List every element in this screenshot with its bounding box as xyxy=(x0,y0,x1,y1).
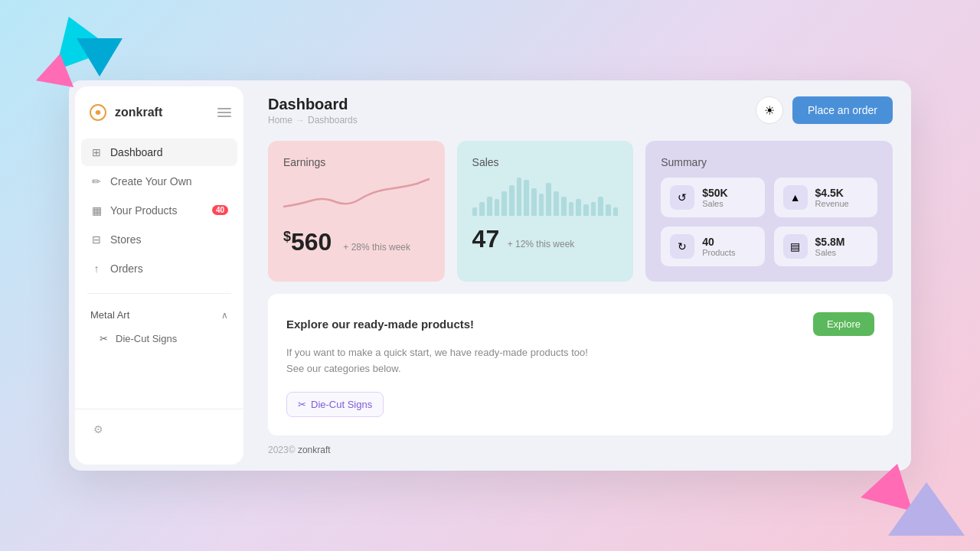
sales-bar xyxy=(569,202,574,216)
place-order-button[interactable]: Place an order xyxy=(792,96,893,124)
breadcrumb-separator: → xyxy=(296,115,305,126)
dashboard-icon: ⊞ xyxy=(90,146,103,158)
sales-change: + 12% this week xyxy=(508,239,575,249)
category-item-label: Die-Cut Signs xyxy=(116,333,177,344)
topbar: Dashboard Home → Dashboards ☀ Place an o… xyxy=(268,96,893,126)
chevron-up-icon xyxy=(221,309,228,321)
summary-icon: ▤ xyxy=(783,234,808,259)
sales-bar xyxy=(576,199,581,215)
settings-button[interactable]: ⚙ xyxy=(87,419,109,440)
summary-key: Revenue xyxy=(815,199,849,208)
summary-icon: ↻ xyxy=(670,234,694,259)
page-title-area: Dashboard Home → Dashboards xyxy=(268,96,358,126)
category-label: Metal Art xyxy=(90,309,129,321)
summary-key: Sales xyxy=(702,199,727,208)
nav-items: ⊞ Dashboard ✏ Create Your Own ▦ Your Pro… xyxy=(75,139,243,284)
earnings-change: + 28% this week xyxy=(343,242,410,253)
summary-value: $50K xyxy=(702,187,727,199)
sidebar-item-label: Dashboard xyxy=(110,146,163,158)
topbar-actions: ☀ Place an order xyxy=(756,96,893,124)
summary-icon: ▲ xyxy=(783,185,808,210)
sales-label: Sales xyxy=(472,156,619,168)
category-item-die-cut-signs[interactable]: ✂ Die-Cut Signs xyxy=(81,327,237,350)
sidebar-item-create-your-own[interactable]: ✏ Create Your Own xyxy=(81,168,237,195)
sales-bar xyxy=(591,202,596,216)
footer-text: 2023© xyxy=(268,445,296,455)
sidebar-item-label: Orders xyxy=(110,262,143,275)
sales-bar xyxy=(554,191,559,216)
earnings-value-row: $560 + 28% this week xyxy=(283,228,430,256)
sales-bar xyxy=(561,197,567,216)
breadcrumb-dashboards: Dashboards xyxy=(308,115,358,126)
sidebar-item-label: Create Your Own xyxy=(110,175,192,187)
summary-label: Summary xyxy=(661,156,877,168)
die-cut-chip-icon: ✂ xyxy=(298,399,306,410)
cards-row: Earnings $560 + 28% this week Sales xyxy=(268,141,893,282)
sidebar-item-orders[interactable]: ↑ Orders xyxy=(81,255,237,282)
sidebar-item-dashboard[interactable]: ⊞ Dashboard xyxy=(81,139,237,166)
sales-bar xyxy=(517,178,522,216)
earnings-value: $560 xyxy=(283,228,338,256)
sales-bar xyxy=(606,204,611,215)
summary-text: 40 Products xyxy=(702,236,735,257)
sales-value-row: 47 + 12% this week xyxy=(472,225,619,253)
logo-area: zonkraft xyxy=(87,102,162,123)
sales-bar xyxy=(472,207,478,216)
sidebar-item-label: Your Products xyxy=(110,204,177,217)
products-icon: ▦ xyxy=(90,204,103,217)
explore-button[interactable]: Explore xyxy=(813,312,874,336)
summary-key: Sales xyxy=(815,248,845,257)
sales-bar xyxy=(487,197,492,216)
stores-icon: ⊟ xyxy=(90,233,103,246)
sales-bar xyxy=(598,197,603,216)
sidebar-footer: ⚙ xyxy=(75,409,243,449)
sidebar-header: zonkraft xyxy=(75,102,243,139)
sales-bar xyxy=(524,180,529,215)
products-badge: 40 xyxy=(212,205,228,215)
explore-description: If you want to make a quick start, we ha… xyxy=(286,345,874,377)
sales-bar xyxy=(479,202,485,216)
sales-value: 47 xyxy=(472,225,500,253)
app-container: zonkraft ⊞ Dashboard ✏ Create Your Own ▦… xyxy=(69,80,911,471)
summary-value: $4.5K xyxy=(815,187,849,199)
sidebar-divider xyxy=(87,293,231,294)
sales-bar xyxy=(509,185,514,215)
sales-bar xyxy=(501,191,507,216)
explore-title: Explore our ready-made products! xyxy=(286,318,474,331)
sales-bar xyxy=(539,194,544,216)
footer: 2023© zonkraft xyxy=(268,435,893,455)
summary-item-products-summary: ↻ 40 Products xyxy=(661,227,764,266)
summary-grid: ↺ $50K Sales ▲ $4.5K Revenue ↻ 40 Produc… xyxy=(661,178,877,266)
breadcrumb: Home → Dashboards xyxy=(268,115,358,126)
sales-card: Sales 47 + 12% this week xyxy=(457,141,634,282)
sidebar-item-stores[interactable]: ⊟ Stores xyxy=(81,226,237,253)
category-header[interactable]: Metal Art xyxy=(81,303,237,327)
create-icon: ✏ xyxy=(90,175,103,187)
summary-text: $5.8M Sales xyxy=(815,236,845,257)
category-section: Metal Art ✂ Die-Cut Signs xyxy=(75,303,243,350)
sales-bar xyxy=(495,199,500,215)
summary-text: $50K Sales xyxy=(702,187,727,208)
summary-text: $4.5K Revenue xyxy=(815,187,849,208)
explore-header: Explore our ready-made products! Explore xyxy=(286,312,874,336)
die-cut-chip-label: Die-Cut Signs xyxy=(311,399,372,410)
die-cut-icon: ✂ xyxy=(100,333,108,344)
sidebar-item-your-products[interactable]: ▦ Your Products 40 xyxy=(81,197,237,224)
sales-bars xyxy=(472,178,619,216)
die-cut-signs-chip[interactable]: ✂ Die-Cut Signs xyxy=(286,392,384,417)
sales-bar xyxy=(583,204,589,215)
summary-card: Summary ↺ $50K Sales ▲ $4.5K Revenue ↻ 4… xyxy=(645,141,893,282)
logo-text: zonkraft xyxy=(115,106,162,119)
main-content: Dashboard Home → Dashboards ☀ Place an o… xyxy=(250,80,911,471)
theme-toggle-button[interactable]: ☀ xyxy=(756,96,783,124)
sales-bar xyxy=(613,207,619,216)
explore-section: Explore our ready-made products! Explore… xyxy=(268,294,893,436)
hamburger-icon[interactable] xyxy=(217,108,231,117)
svg-point-1 xyxy=(96,110,100,115)
summary-key: Products xyxy=(702,248,735,257)
sales-bar xyxy=(531,188,537,216)
summary-item-sales2-summary: ▤ $5.8M Sales xyxy=(774,227,877,266)
earnings-chart xyxy=(283,178,430,219)
summary-item-sales-summary: ↺ $50K Sales xyxy=(661,178,764,217)
footer-brand: zonkraft xyxy=(298,445,331,455)
